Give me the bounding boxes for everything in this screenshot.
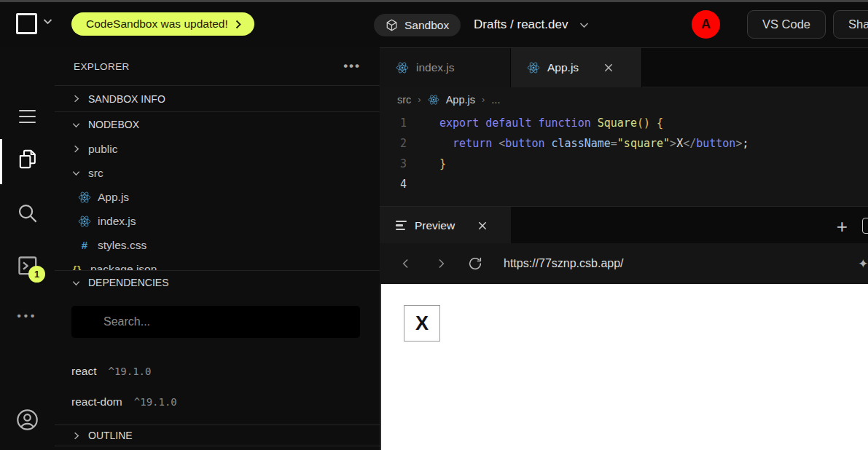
editor-tab-index.js[interactable]: index.js (380, 48, 511, 87)
preview-tab-bar: Preview + (380, 206, 868, 243)
react-icon (527, 61, 540, 74)
split-view-icon[interactable] (862, 218, 868, 234)
workspace-chevron-down-icon[interactable] (43, 18, 52, 25)
search-icon[interactable] (16, 202, 39, 224)
react-icon (428, 94, 439, 106)
avatar[interactable]: A (692, 10, 720, 39)
preview-browser-content: X (380, 284, 868, 450)
vscode-button[interactable]: VS Code (747, 10, 826, 39)
sparkle-ai-icon[interactable]: ✦✦ (858, 256, 868, 272)
header-bar: CodeSandbox was updated! Sandbox Drafts … (0, 2, 868, 47)
active-view-indicator (0, 139, 2, 184)
add-preview-icon[interactable]: + (837, 216, 848, 238)
line-number: 3 (380, 157, 407, 170)
preview-tab-label: Preview (415, 219, 455, 232)
code-line[interactable]: 1 export default function Square() { (380, 113, 868, 133)
chevron-down-icon (71, 167, 82, 178)
tree-item-public[interactable]: public (55, 137, 380, 161)
dependency-row-react[interactable]: react ^19.1.0 (71, 356, 363, 387)
chevron-down-icon (71, 277, 82, 288)
react-icon (78, 191, 91, 204)
terminal-count-badge: 1 (28, 266, 45, 283)
section-outline[interactable]: OUTLINE (55, 425, 380, 446)
workspace-breadcrumb[interactable]: Drafts / react.dev (474, 2, 589, 47)
preview-task-icon (396, 221, 407, 230)
files-icon[interactable] (16, 148, 39, 170)
chevron-right-icon (235, 20, 241, 29)
chevron-right-icon (71, 430, 82, 441)
breadcrumb: src › App.js › ... (380, 88, 868, 111)
code-editor[interactable]: 1 export default function Square() { 2 r… (380, 111, 868, 206)
line-number: 2 (380, 137, 407, 150)
close-tab-icon[interactable] (603, 63, 614, 73)
chevron-down-icon[interactable] (579, 22, 589, 28)
update-banner-button[interactable]: CodeSandbox was updated! (71, 12, 254, 36)
preview-url-bar: https://77sznp.csb.app/ ✦✦ (380, 243, 868, 284)
chevron-down-icon (71, 119, 82, 130)
update-banner-label: CodeSandbox was updated! (86, 17, 228, 31)
tree-item-index.js[interactable]: index.js (55, 209, 380, 233)
share-button[interactable]: Share (833, 10, 868, 39)
dependency-search-input[interactable] (71, 306, 360, 338)
code-line[interactable]: 2 return <button className="square">X</b… (380, 133, 868, 154)
cube-icon (386, 19, 398, 31)
editor-tab-App.js[interactable]: App.js (511, 48, 642, 87)
breadcrumb-symbol[interactable]: ... (491, 94, 500, 106)
breadcrumb-folder[interactable]: src (397, 94, 411, 106)
explorer-title: EXPLORER (74, 61, 130, 72)
preview-tab[interactable]: Preview (380, 207, 511, 244)
square-game-button[interactable]: X (404, 305, 440, 342)
section-sandbox-info[interactable]: SANDBOX INFO (55, 85, 380, 111)
sandbox-badge-label: Sandbox (404, 19, 449, 32)
chevron-right-icon (71, 143, 82, 154)
activity-bar: 1 ••• (0, 47, 55, 450)
codesandbox-logo-icon[interactable] (16, 13, 37, 34)
more-actions-icon[interactable]: ••• (0, 309, 55, 322)
editor-pane: index.js App.js src › App.js › ... 1 exp… (380, 47, 868, 450)
explorer-header: EXPLORER ••• (55, 47, 380, 85)
code-line[interactable]: 4 (380, 174, 868, 194)
line-number: 1 (380, 117, 407, 130)
chevron-right-icon (71, 93, 82, 104)
react-icon (78, 215, 91, 228)
breadcrumb-file[interactable]: App.js (446, 94, 475, 106)
react-icon (396, 61, 409, 74)
forward-icon[interactable] (434, 256, 448, 271)
editor-tab-bar: index.js App.js (380, 47, 868, 87)
explorer-more-actions-icon[interactable]: ••• (343, 59, 361, 74)
tree-item-styles.css[interactable]: #styles.css (55, 233, 380, 257)
css-hash-icon: # (78, 239, 91, 251)
section-dependencies[interactable]: DEPENDENCIES (55, 270, 380, 294)
preview-url[interactable]: https://77sznp.csb.app/ (504, 257, 624, 270)
dependency-row-react-dom[interactable]: react-dom ^19.1.0 (71, 387, 363, 417)
tree-item-App.js[interactable]: App.js (55, 185, 380, 209)
line-number: 4 (380, 178, 407, 191)
account-icon[interactable] (15, 408, 39, 432)
back-icon[interactable] (399, 256, 413, 271)
menu-icon[interactable] (19, 110, 36, 127)
sandbox-type-badge[interactable]: Sandbox (374, 14, 461, 36)
refresh-icon[interactable] (467, 256, 483, 272)
file-tree: public src App.js index.js #styles.css {… (55, 137, 380, 281)
code-line[interactable]: 3 } (380, 154, 868, 174)
tree-item-src[interactable]: src (55, 161, 380, 185)
dependency-list: react ^19.1.0 react-dom ^19.1.0 (71, 356, 363, 417)
close-preview-icon[interactable] (477, 221, 488, 231)
explorer-sidebar: EXPLORER ••• SANDBOX INFO NODEBOX public… (55, 47, 380, 450)
section-nodebox[interactable]: NODEBOX (55, 111, 380, 137)
